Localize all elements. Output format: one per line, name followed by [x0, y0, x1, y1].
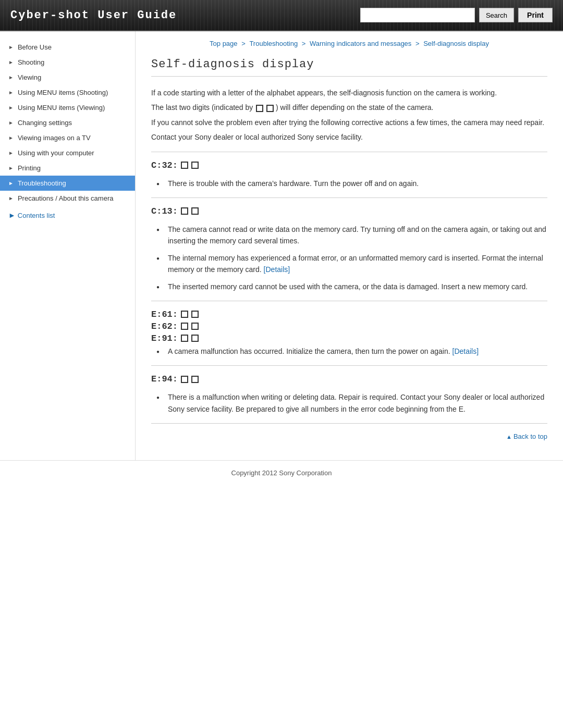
- sidebar-arrow-icon: ►: [8, 135, 14, 141]
- box-symbol: [256, 105, 263, 112]
- sections-container: C:32: There is trouble with the camera’s…: [151, 152, 547, 415]
- box-symbol: [191, 335, 199, 342]
- box-symbol: [191, 162, 199, 169]
- bullet-text: There is a malfunction when writing or d…: [168, 391, 547, 415]
- breadcrumb-link-top[interactable]: Top page: [210, 40, 238, 47]
- sidebar-arrow-icon: ►: [8, 44, 14, 50]
- sidebar-arrow-icon: ►: [8, 75, 14, 80]
- copyright-text: Copyright 2012 Sony Corporation: [231, 469, 332, 477]
- sidebar-item-label: Precautions / About this camera: [18, 194, 114, 202]
- bullet-text: The inserted memory card cannot be used …: [168, 281, 528, 292]
- breadcrumb-link-self-diagnosis[interactable]: Self-diagnosis display: [423, 40, 489, 47]
- breadcrumb-link-warning[interactable]: Warning indicators and messages: [310, 40, 411, 47]
- error-section-c32: C:32: There is trouble with the camera’s…: [151, 152, 547, 189]
- error-code-c13: C:13:: [151, 206, 547, 216]
- box-symbol: [181, 376, 188, 383]
- sidebar-item-shooting[interactable]: ► Shooting: [0, 55, 135, 70]
- error-code-c32: C:32:: [151, 161, 547, 170]
- footer: Copyright 2012 Sony Corporation: [0, 460, 563, 485]
- bullet-list-e61-group: A camera malfunction has occurred. Initi…: [151, 346, 547, 357]
- sidebar-item-before-use[interactable]: ► Before Use: [0, 40, 135, 55]
- sidebar-item-label: Using MENU items (Viewing): [18, 104, 105, 112]
- breadcrumb-sep-1: >: [241, 40, 247, 47]
- sidebar-item-troubleshooting[interactable]: ► Troubleshooting: [0, 176, 135, 191]
- sidebar-item-label: Using with your computer: [18, 149, 94, 157]
- sidebar-item-label: Changing settings: [18, 119, 72, 127]
- box-symbol: [191, 323, 199, 330]
- intro-container: If a code starting with a letter of the …: [151, 87, 547, 143]
- back-to-top-link[interactable]: Back to top: [506, 433, 547, 440]
- sidebar-item-precautions--about-this-camera[interactable]: ► Precautions / About this camera: [0, 191, 135, 206]
- breadcrumb-sep-2: >: [302, 40, 308, 47]
- bullet-text: The internal memory has experienced a fo…: [168, 252, 547, 276]
- header-controls: Search Print: [360, 8, 553, 22]
- sidebar-arrow-icon: ►: [8, 180, 14, 186]
- sidebar-item-label: Before Use: [18, 43, 52, 51]
- intro-paragraph-1: The last two digits (indicated by ) will…: [151, 102, 547, 113]
- box-symbol: [181, 311, 188, 318]
- box-symbol: [266, 105, 274, 112]
- error-section-c13: C:13: The camera cannot read or write da…: [151, 198, 547, 292]
- error-section-e61-group: E:61: E:62: E:91: A camera malfunction h…: [151, 301, 547, 357]
- box-symbol: [191, 207, 199, 215]
- page-title: Self-diagnosis display: [151, 58, 547, 77]
- sidebar-item-printing[interactable]: ► Printing: [0, 161, 135, 176]
- sidebar: ► Before Use► Shooting► Viewing► Using M…: [0, 31, 136, 460]
- details-link[interactable]: [Details]: [452, 347, 479, 355]
- breadcrumb-sep-3: >: [415, 40, 421, 47]
- breadcrumb-link-troubleshooting[interactable]: Troubleshooting: [249, 40, 298, 47]
- bullet-item: There is trouble with the camera’s hardw…: [156, 178, 547, 189]
- sidebar-item-using-menu-items-viewing[interactable]: ► Using MENU items (Viewing): [0, 100, 135, 115]
- main-content: Top page > Troubleshooting > Warning ind…: [136, 31, 563, 460]
- sidebar-item-viewing-images-on-a-tv[interactable]: ► Viewing images on a TV: [0, 130, 135, 145]
- bullet-text: There is trouble with the camera’s hardw…: [168, 178, 419, 189]
- sidebar-item-label: Shooting: [18, 58, 44, 66]
- header: Cyber-shot User Guide Search Print: [0, 0, 563, 31]
- details-link[interactable]: [Details]: [264, 265, 290, 274]
- bullet-item: A camera malfunction has occurred. Initi…: [156, 346, 547, 357]
- bullet-item: There is a malfunction when writing or d…: [156, 391, 547, 415]
- contents-list-link[interactable]: ► Contents list: [0, 206, 135, 225]
- layout: ► Before Use► Shooting► Viewing► Using M…: [0, 31, 563, 460]
- error-code-e61: E:61:: [151, 310, 547, 319]
- error-code-e62: E:62:: [151, 322, 547, 331]
- sidebar-items: ► Before Use► Shooting► Viewing► Using M…: [0, 40, 135, 206]
- sidebar-arrow-icon: ►: [8, 150, 14, 156]
- bullet-item: The camera cannot read or write data on …: [156, 224, 547, 247]
- bullet-item: The inserted memory card cannot be used …: [156, 281, 547, 292]
- box-symbol: [181, 335, 188, 342]
- sidebar-arrow-icon: ►: [8, 165, 14, 171]
- error-code-e94: E:94:: [151, 374, 547, 384]
- intro-paragraph-3: Contact your Sony dealer or local author…: [151, 131, 547, 143]
- box-symbol: [191, 376, 199, 383]
- sidebar-item-label: Viewing images on a TV: [18, 134, 91, 142]
- intro-paragraph-2: If you cannot solve the problem even aft…: [151, 117, 547, 128]
- bullet-list-c32: There is trouble with the camera’s hardw…: [151, 178, 547, 189]
- bullet-text: A camera malfunction has occurred. Initi…: [168, 346, 479, 357]
- bullet-list-c13: The camera cannot read or write data on …: [151, 224, 547, 292]
- back-to-top-container: Back to top: [151, 423, 547, 445]
- arrow-right-icon: ►: [8, 211, 16, 219]
- breadcrumb: Top page > Troubleshooting > Warning ind…: [151, 40, 547, 47]
- search-button[interactable]: Search: [479, 8, 514, 22]
- sidebar-item-label: Troubleshooting: [18, 179, 66, 187]
- search-input[interactable]: [360, 8, 475, 22]
- print-button[interactable]: Print: [518, 8, 553, 22]
- bullet-list-e94: There is a malfunction when writing or d…: [151, 391, 547, 415]
- sidebar-item-changing-settings[interactable]: ► Changing settings: [0, 115, 135, 130]
- bullet-text: The camera cannot read or write data on …: [168, 224, 547, 247]
- sidebar-arrow-icon: ►: [8, 105, 14, 110]
- sidebar-item-viewing[interactable]: ► Viewing: [0, 70, 135, 85]
- box-symbol: [181, 162, 188, 169]
- sidebar-item-using-with-your-computer[interactable]: ► Using with your computer: [0, 145, 135, 161]
- error-code-e91: E:91:: [151, 334, 547, 343]
- sidebar-item-label: Printing: [18, 164, 41, 172]
- intro-paragraph-0: If a code starting with a letter of the …: [151, 87, 547, 98]
- box-symbol: [191, 311, 199, 318]
- sidebar-item-using-menu-items-shooting[interactable]: ► Using MENU items (Shooting): [0, 85, 135, 100]
- box-symbol: [181, 323, 188, 330]
- sidebar-arrow-icon: ►: [8, 90, 14, 95]
- error-section-e94: E:94: There is a malfunction when writin…: [151, 365, 547, 415]
- sidebar-item-label: Viewing: [18, 73, 41, 81]
- sidebar-item-label: Using MENU items (Shooting): [18, 89, 108, 96]
